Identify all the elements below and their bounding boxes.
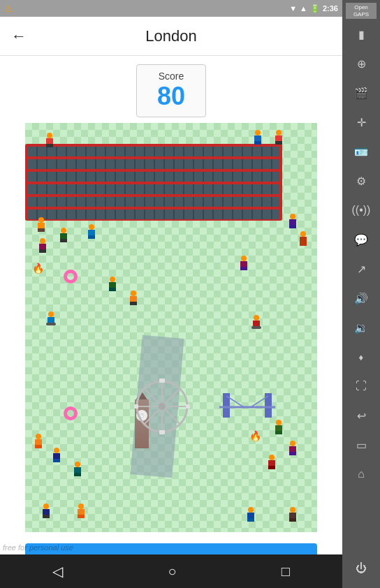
score-box: Score 80 bbox=[136, 64, 206, 117]
person-8 bbox=[289, 214, 296, 228]
eraser-icon[interactable]: ⬧ bbox=[346, 343, 377, 371]
person-14 bbox=[289, 441, 296, 455]
score-area: Score 80 bbox=[0, 56, 342, 123]
menu-icon[interactable]: ▭ bbox=[346, 431, 377, 459]
recents-nav-button[interactable]: □ bbox=[268, 558, 304, 585]
status-left: ⚠ bbox=[4, 3, 13, 14]
person-16 bbox=[43, 504, 50, 518]
side-top-label: OpenGAPS bbox=[346, 3, 377, 19]
status-bar: ⚠ ▼ ▲ 🔋 2:36 bbox=[0, 0, 342, 17]
fire-2: 🔥 bbox=[249, 430, 261, 441]
battery-icon: 🔋 bbox=[310, 4, 320, 13]
donut-1 bbox=[64, 270, 78, 284]
game-area: 🕐 bbox=[25, 123, 317, 532]
person-24 bbox=[251, 315, 261, 329]
train-block bbox=[25, 144, 282, 221]
page-title: London bbox=[38, 27, 305, 45]
back-button[interactable]: ← bbox=[11, 27, 27, 45]
svg-point-5 bbox=[159, 403, 166, 410]
svg-rect-7 bbox=[159, 430, 165, 434]
power-icon[interactable]: ⏻ bbox=[346, 554, 377, 582]
wifi-icon[interactable]: ((•)) bbox=[346, 196, 377, 224]
person-22 bbox=[240, 256, 247, 270]
camera-icon[interactable]: 🎬 bbox=[346, 79, 377, 107]
score-value: 80 bbox=[156, 82, 186, 111]
person-19 bbox=[247, 507, 254, 522]
london-eye bbox=[134, 378, 197, 441]
person-10 bbox=[35, 434, 42, 448]
person-11 bbox=[53, 448, 60, 462]
person-6 bbox=[39, 238, 46, 253]
battery-side-icon[interactable]: ▮ bbox=[346, 20, 377, 48]
gear-icon[interactable]: ⚙ bbox=[346, 167, 377, 195]
person-5 bbox=[60, 228, 67, 242]
tower-bridge bbox=[219, 393, 275, 424]
alert-icon: ⚠ bbox=[4, 3, 13, 14]
person-18 bbox=[289, 507, 296, 522]
person-17 bbox=[78, 504, 85, 518]
id-icon[interactable]: 🪪 bbox=[346, 138, 377, 166]
bottom-navigation: ◁ ○ □ bbox=[0, 554, 342, 588]
svg-rect-8 bbox=[134, 404, 138, 409]
svg-rect-9 bbox=[186, 404, 190, 409]
person-4 bbox=[38, 217, 45, 232]
train-section bbox=[25, 137, 317, 221]
game-canvas: 🕐 bbox=[25, 123, 317, 532]
home-nav-button[interactable]: ○ bbox=[154, 558, 190, 585]
move-icon[interactable]: ✛ bbox=[346, 108, 377, 136]
person-13 bbox=[275, 420, 282, 434]
svg-rect-11 bbox=[265, 393, 272, 418]
back-nav-button[interactable]: ◁ bbox=[38, 557, 77, 585]
volume-up-icon[interactable]: 🔊 bbox=[346, 284, 377, 312]
fullscreen-icon[interactable]: ⛶ bbox=[346, 372, 377, 400]
share-icon[interactable]: ↗ bbox=[346, 255, 377, 283]
fire-1: 🔥 bbox=[32, 263, 44, 274]
person-21 bbox=[130, 291, 137, 305]
score-label: Score bbox=[156, 71, 186, 82]
side-panel: OpenGAPS ▮ ⊕ 🎬 ✛ 🪪 ⚙ ((•)) 💬 ↗ 🔊 🔉 ⬧ ⛶ ↩… bbox=[342, 0, 380, 588]
person-12 bbox=[74, 462, 81, 476]
back-side-icon[interactable]: ↩ bbox=[346, 402, 377, 429]
wifi-gps-icon[interactable]: ⊕ bbox=[346, 50, 377, 78]
signal-icon: ▲ bbox=[300, 4, 307, 13]
header: ← London bbox=[0, 17, 342, 56]
main-content: ← London Score 80 bbox=[0, 17, 342, 588]
status-right: ▼ ▲ 🔋 2:36 bbox=[289, 4, 338, 13]
person-23 bbox=[46, 311, 56, 325]
person-15 bbox=[268, 455, 275, 469]
svg-rect-6 bbox=[159, 378, 165, 383]
time-display: 2:36 bbox=[323, 4, 338, 13]
person-7 bbox=[88, 224, 95, 239]
chat-icon[interactable]: 💬 bbox=[346, 226, 377, 253]
person-1 bbox=[46, 133, 53, 147]
volume-down-icon[interactable]: 🔉 bbox=[346, 314, 377, 341]
svg-rect-10 bbox=[223, 393, 230, 418]
wifi-icon: ▼ bbox=[289, 4, 297, 13]
person-2 bbox=[254, 130, 261, 145]
home-side-icon[interactable]: ⌂ bbox=[346, 460, 377, 488]
person-9 bbox=[300, 231, 307, 246]
person-20 bbox=[109, 277, 116, 291]
donut-2 bbox=[64, 406, 78, 420]
person-3 bbox=[275, 130, 282, 145]
watermark: free for personal use bbox=[3, 543, 73, 552]
